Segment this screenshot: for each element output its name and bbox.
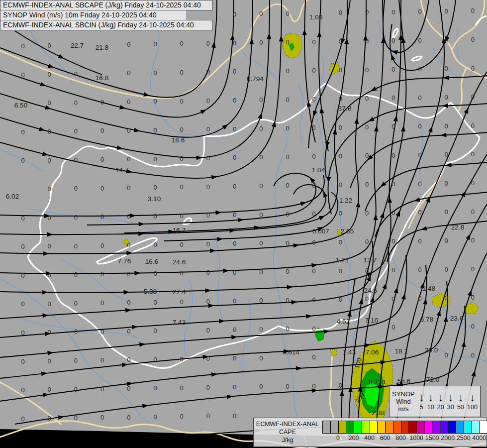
grid-zero-value: 0 — [21, 329, 24, 336]
grid-zero-value: 0 — [445, 237, 448, 244]
grid-zero-value: 0 — [21, 157, 24, 164]
cape-legend-title: ECMWF-INDEX-ANAL CAPE J/kg — [254, 420, 321, 444]
wind-speed-entry: ↓5 — [419, 392, 424, 411]
grid-zero-value: 0 — [259, 354, 263, 362]
grid-zero-value: 0 — [471, 294, 475, 301]
grid-zero-value: 0 — [471, 265, 475, 273]
grid-zero-value: 0 — [391, 37, 395, 44]
cape-color-cell — [417, 421, 425, 433]
grid-zero-value: 0 — [312, 67, 316, 74]
grid-zero-value: 0 — [339, 9, 342, 16]
cape-color-cell — [472, 421, 480, 433]
cape-color-cell — [370, 421, 378, 433]
grid-zero-value: 0 — [180, 212, 184, 220]
grid-zero-value: 0 — [180, 298, 184, 306]
grid-zero-value: 0 — [471, 208, 475, 216]
grid-zero-value: 0 — [445, 294, 448, 302]
cape-color-cell — [409, 421, 417, 433]
grid-zero-value: 0 — [180, 355, 184, 363]
grid-zero-value: 0 — [48, 300, 51, 308]
grid-zero-value: 0 — [153, 270, 157, 277]
grid-zero-value: 0 — [233, 39, 236, 47]
title-sbcape: ECMWF-INDEX-ANAL SBCAPE (J/kg) Friday 24… — [0, 0, 213, 10]
grid-zero-value: 0 — [21, 415, 24, 423]
grid-zero-value: 0 — [153, 299, 157, 306]
grid-zero-value: 0 — [312, 325, 316, 333]
grid-zero-value: 0 — [127, 69, 130, 77]
grid-zero-value: 0 — [153, 126, 157, 134]
cape-color-cell — [323, 421, 331, 433]
wind-speed-value: 10 — [427, 404, 434, 411]
station-value: 18.6 — [172, 136, 185, 144]
wind-legend-line3: m/s — [390, 405, 417, 413]
grid-zero-value: 0 — [100, 99, 104, 106]
station-value: 7.76 — [118, 257, 131, 265]
grid-zero-value: 0 — [286, 38, 289, 46]
grid-zero-value: 0 — [74, 328, 78, 336]
wind-legend-title: SYNOP Wind m/s — [390, 390, 417, 413]
map-background — [0, 0, 487, 448]
grid-zero-value: 0 — [21, 215, 24, 222]
grid-zero-value: 0 — [365, 295, 369, 303]
wind-speed-legend: SYNOP Wind m/s ↓5↓10↓20↓30↓50↓100 — [389, 386, 481, 417]
grid-zero-value: 0 — [180, 155, 184, 162]
grid-zero-value: 0 — [286, 182, 289, 189]
cape-color-legend: ECMWF-INDEX-ANAL CAPE J/kg 0200400600800… — [253, 418, 487, 447]
station-value: 5.38 — [144, 288, 157, 295]
grid-zero-value: 0 — [391, 237, 395, 245]
grid-zero-value: 0 — [339, 210, 342, 217]
grid-zero-value: 0 — [233, 297, 236, 305]
grid-zero-value: 0 — [286, 124, 289, 132]
grid-zero-value: 0 — [127, 184, 130, 192]
grid-zero-value: 0 — [418, 209, 421, 216]
grid-zero-value: 0 — [127, 241, 130, 249]
grid-zero-value: 0 — [74, 99, 78, 107]
grid-zero-value: 0 — [153, 241, 157, 248]
grid-zero-value: 0 — [74, 127, 78, 135]
grid-zero-value: 0 — [391, 152, 395, 159]
station-value: 3.10 — [148, 195, 161, 203]
grid-zero-value: 0 — [48, 42, 51, 49]
grid-zero-value: 0 — [206, 327, 210, 334]
grid-zero-value: 0 — [259, 326, 263, 333]
grid-zero-value: 0 — [21, 243, 24, 250]
grid-zero-value: 0 — [180, 126, 184, 133]
cape-tick-label: 200 — [349, 435, 359, 442]
grid-zero-value: 0 — [286, 325, 289, 333]
grid-zero-value: 0 — [74, 300, 78, 307]
grid-zero-value: 0 — [365, 37, 369, 45]
cape-color-cell — [378, 421, 386, 433]
grid-zero-value: 0 — [100, 242, 104, 249]
cape-legend-line3: J/kg — [254, 436, 321, 444]
grid-zero-value: 0 — [48, 99, 51, 107]
grid-zero-value: 0 — [153, 155, 157, 163]
cape-tick-label: 4000 — [472, 435, 486, 442]
station-value: 24.6 — [364, 287, 377, 294]
grid-zero-value: 0 — [471, 351, 475, 359]
grid-zero-value: 0 — [259, 153, 263, 161]
grid-zero-value: 0 — [233, 269, 236, 276]
grid-zero-value: 0 — [153, 69, 157, 77]
down-arrow-icon: ↓ — [470, 392, 475, 403]
grid-zero-value: 0 — [48, 128, 51, 135]
wind-speed-entry: ↓100 — [467, 392, 478, 411]
grid-zero-value: 0 — [100, 270, 104, 278]
grid-zero-value: 0 — [127, 328, 130, 335]
streamline-map-canvas: 1002000000000000000000000000000000000000… — [0, 0, 487, 448]
station-value: 1.21 — [336, 256, 349, 264]
grid-zero-value: 0 — [391, 94, 395, 102]
grid-zero-value: 0 — [127, 299, 130, 306]
grid-zero-value: 0 — [206, 384, 210, 391]
grid-zero-value: 0 — [286, 239, 289, 247]
title-synop-wind: SYNOP Wind (m/s) 10m Friday 24-10-2025 0… — [0, 10, 187, 20]
grid-zero-value: 0 — [391, 295, 395, 303]
grid-zero-value: 0 — [445, 94, 448, 101]
grid-zero-value: 0 — [74, 414, 78, 422]
grid-zero-value: 0 — [21, 128, 24, 136]
wind-legend-line1: SYNOP — [390, 390, 417, 398]
grid-zero-value: 0 — [418, 295, 421, 302]
grid-zero-value: 0 — [100, 414, 104, 421]
grid-zero-value: 0 — [312, 96, 316, 103]
station-value: 21.8 — [96, 44, 108, 51]
grid-zero-value: 0 — [339, 152, 342, 160]
